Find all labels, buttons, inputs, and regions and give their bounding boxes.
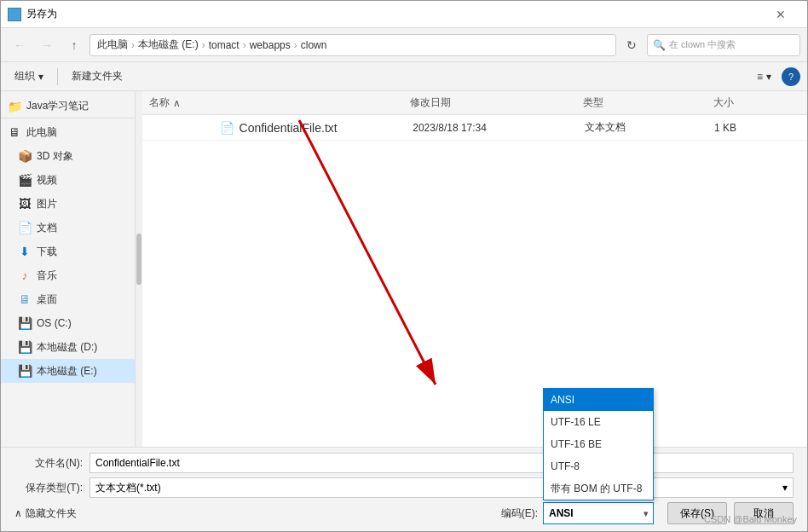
- file-row-size: 1 KB: [714, 122, 800, 134]
- sidebar-item-downloads[interactable]: ⬇ 下载: [1, 240, 135, 263]
- view-icon: ≡: [757, 71, 763, 83]
- encoding-utf8-label: UTF-8: [551, 460, 580, 472]
- toolbar-right: ≡ ▾ ?: [750, 66, 800, 88]
- breadcrumb-e: 本地磁盘 (E:): [138, 38, 199, 52]
- new-folder-button[interactable]: 新建文件夹: [65, 66, 130, 88]
- forward-button[interactable]: →: [35, 33, 59, 57]
- dialog-title: 另存为: [26, 7, 57, 21]
- view-arrow-icon: ▾: [766, 71, 771, 83]
- filename-row: 文件名(N):: [14, 453, 794, 473]
- encoding-option-utf8[interactable]: UTF-8: [544, 455, 653, 477]
- sidebar-label-desktop: 桌面: [37, 292, 57, 307]
- bottom-footer: ∧ 隐藏文件夹 编码(E): ANSI ▾ ANSI: [14, 502, 794, 526]
- download-icon: ⬇: [18, 245, 32, 258]
- sidebar-label-java-notes: Java学习笔记: [26, 99, 89, 113]
- help-button[interactable]: ?: [782, 67, 800, 86]
- view-toggle-button[interactable]: ≡ ▾: [750, 66, 778, 88]
- save-dialog: 另存为 ✕ ← → ↑ 此电脑 › 本地磁盘 (E:) › tomact › w…: [0, 0, 808, 532]
- header-size[interactable]: 大小: [713, 95, 800, 110]
- new-folder-label: 新建文件夹: [72, 69, 123, 84]
- sidebar-item-os-c[interactable]: 💾 OS (C:): [1, 311, 135, 335]
- encoding-option-utf8bom[interactable]: 带有 BOM 的 UTF-8: [544, 477, 653, 500]
- file-type-label: 文本文档: [585, 121, 626, 133]
- refresh-icon: ↻: [626, 38, 637, 52]
- drive-d-icon: 💾: [18, 340, 32, 354]
- encoding-dropdown-arrow-icon: ▾: [644, 509, 648, 518]
- header-name[interactable]: 名称 ∧: [149, 95, 410, 110]
- header-name-label: 名称: [149, 95, 170, 110]
- file-txt-icon: 📄: [220, 121, 234, 135]
- hide-folder-toggle[interactable]: ∧ 隐藏文件夹: [14, 506, 77, 521]
- up-button[interactable]: ↑: [62, 33, 86, 57]
- sidebar-item-3d[interactable]: 📦 3D 对象: [1, 144, 135, 168]
- header-size-label: 大小: [713, 95, 734, 110]
- annotation-arrow: [231, 95, 529, 436]
- sidebar: 📁 Java学习笔记 🖥 此电脑 📦 3D 对象 🎬 视频 🖼 图片 📄: [1, 91, 136, 447]
- sidebar-label-local-e: 本地磁盘 (E:): [37, 364, 97, 379]
- sidebar-label-videos: 视频: [37, 173, 57, 188]
- organize-arrow-icon: ▾: [38, 71, 43, 83]
- sidebar-item-documents[interactable]: 📄 文档: [1, 216, 135, 240]
- 3d-icon: 📦: [18, 149, 32, 163]
- sidebar-item-local-d[interactable]: 💾 本地磁盘 (D:): [1, 335, 135, 359]
- main-content: 📁 Java学习笔记 🖥 此电脑 📦 3D 对象 🎬 视频 🖼 图片 📄: [1, 91, 807, 447]
- refresh-button[interactable]: ↻: [620, 33, 644, 57]
- filename-label: 文件名(N):: [14, 456, 83, 471]
- file-size-label: 1 KB: [714, 122, 736, 134]
- encoding-select-wrapper: ANSI ▾ ANSI UTF-16 LE UTF-16 BE: [543, 502, 654, 524]
- filetype-select[interactable]: 文本文档(*.txt) ▾: [89, 477, 794, 498]
- folder-icon-java: 📁: [8, 100, 21, 113]
- bottom-area: 文件名(N): 保存类型(T): 文本文档(*.txt) ▾ ∧ 隐藏文件夹 编…: [1, 447, 807, 531]
- encoding-dropdown: ANSI UTF-16 LE UTF-16 BE UTF-8 带有 BOM 的: [543, 388, 654, 500]
- search-icon: 🔍: [653, 39, 666, 51]
- pc-icon: 🖥: [8, 125, 21, 139]
- sidebar-scrollbar[interactable]: [136, 91, 142, 447]
- encoding-utf16le-label: UTF-16 LE: [551, 416, 601, 428]
- toolbar: 组织 ▾ 新建文件夹 ≡ ▾ ?: [1, 62, 807, 91]
- header-date[interactable]: 修改日期: [410, 95, 584, 110]
- encoding-option-utf16be[interactable]: UTF-16 BE: [544, 433, 653, 455]
- breadcrumb-pc: 此电脑: [97, 38, 128, 52]
- encoding-row: 编码(E): ANSI ▾ ANSI UTF-16 LE: [501, 502, 654, 524]
- organize-button[interactable]: 组织 ▾: [8, 66, 50, 88]
- filetype-value: 文本文档(*.txt): [95, 481, 161, 495]
- desktop-icon: 🖥: [18, 292, 32, 306]
- file-row-type: 文本文档: [585, 120, 714, 135]
- sidebar-item-pictures[interactable]: 🖼 图片: [1, 192, 135, 216]
- breadcrumb-tomact: tomact: [209, 39, 240, 51]
- video-icon: 🎬: [18, 173, 32, 187]
- encoding-utf8bom-label: 带有 BOM 的 UTF-8: [551, 482, 642, 496]
- encoding-selected-value: ANSI: [549, 507, 574, 519]
- sidebar-item-local-e[interactable]: 💾 本地磁盘 (E:): [1, 359, 135, 383]
- sidebar-item-this-pc[interactable]: 🖥 此电脑: [1, 120, 135, 144]
- file-row-date: 2023/8/18 17:34: [413, 122, 585, 134]
- breadcrumb-clown: clown: [301, 39, 327, 51]
- header-name-sort: ∧: [173, 97, 181, 109]
- file-row-name: 📄 ConfidentialFile.txt: [149, 120, 407, 136]
- back-button[interactable]: ←: [8, 33, 32, 57]
- search-bar[interactable]: 🔍 在 clown 中搜索: [647, 34, 800, 56]
- sidebar-item-videos[interactable]: 🎬 视频: [1, 168, 135, 192]
- header-type[interactable]: 类型: [583, 95, 713, 110]
- encoding-option-ansi[interactable]: ANSI: [544, 389, 653, 411]
- encoding-utf16be-label: UTF-16 BE: [551, 438, 602, 450]
- sidebar-label-os-c: OS (C:): [37, 317, 72, 329]
- watermark: CSDN @Bald Monkey: [704, 514, 797, 524]
- filename-input[interactable]: [89, 453, 794, 473]
- music-icon: ♪: [18, 269, 32, 282]
- sidebar-item-java-notes[interactable]: 📁 Java学习笔记: [1, 95, 135, 119]
- file-name-label: ConfidentialFile.txt: [240, 121, 338, 135]
- encoding-label: 编码(E):: [501, 506, 538, 521]
- close-button[interactable]: ✕: [761, 1, 800, 28]
- sidebar-label-music: 音乐: [37, 269, 57, 283]
- toolbar-separator: [57, 68, 58, 85]
- breadcrumb[interactable]: 此电脑 › 本地磁盘 (E:) › tomact › webapps › clo…: [89, 34, 616, 56]
- encoding-select[interactable]: ANSI ▾: [543, 502, 654, 524]
- organize-label: 组织: [14, 69, 35, 84]
- sidebar-item-music[interactable]: ♪ 音乐: [1, 263, 135, 287]
- sidebar-item-desktop[interactable]: 🖥 桌面: [1, 287, 135, 311]
- encoding-option-utf16le[interactable]: UTF-16 LE: [544, 411, 653, 433]
- file-item-confidential[interactable]: 📄 ConfidentialFile.txt 2023/8/18 17:34 文…: [142, 115, 807, 141]
- sidebar-label-this-pc: 此电脑: [26, 125, 57, 140]
- filetype-row: 保存类型(T): 文本文档(*.txt) ▾: [14, 477, 794, 498]
